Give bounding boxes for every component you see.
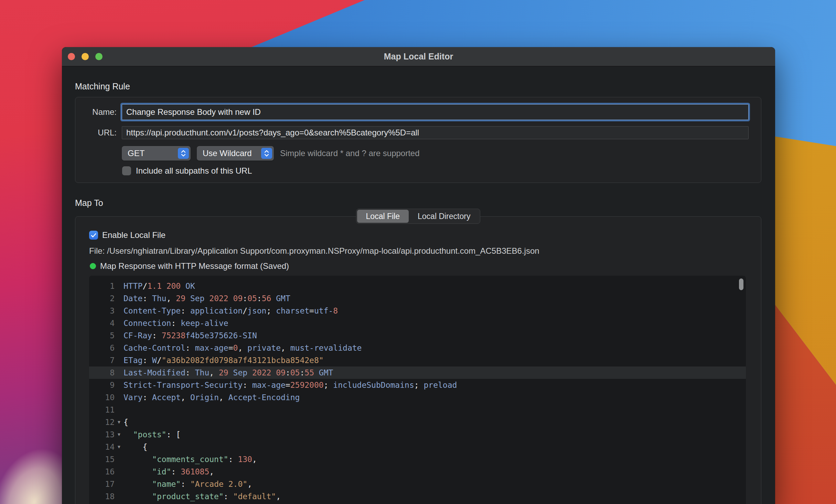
fold-spacer	[115, 379, 124, 391]
tab-local-directory[interactable]: Local Directory	[409, 210, 479, 223]
method-select[interactable]: GET	[122, 146, 191, 161]
code-text: ETag: W/"a36b2082fd0798a7f43121bcba8542e…	[124, 354, 324, 366]
code-lines: 1HTTP/1.1 200 OK2Date: Thu, 29 Sep 2022 …	[89, 280, 746, 503]
url-row: URL:	[75, 126, 749, 139]
wildcard-mode-value: Use Wildcard	[203, 149, 259, 158]
fold-spacer	[115, 453, 124, 465]
line-number: 10	[89, 391, 115, 404]
saved-status-text: Map Response with HTTP Message format (S…	[100, 261, 289, 271]
window-title: Map Local Editor	[62, 52, 775, 62]
code-text: Last-Modified: Thu, 29 Sep 2022 09:05:55…	[124, 366, 333, 379]
code-line: 15 "comments_count": 130,	[89, 453, 746, 465]
code-line: 6Cache-Control: max-age=0, private, must…	[89, 342, 746, 354]
fold-toggle-icon[interactable]: ▼	[115, 416, 124, 428]
code-line: 11	[89, 404, 746, 416]
code-text: "posts": [	[124, 428, 181, 441]
rule-name-input[interactable]	[122, 104, 749, 120]
check-icon	[91, 233, 96, 238]
line-number: 9	[89, 379, 115, 391]
tab-local-file[interactable]: Local File	[357, 210, 409, 223]
line-number: 2	[89, 292, 115, 305]
url-input[interactable]	[122, 126, 749, 139]
desktop: { "window": { "title": "Map Local Editor…	[0, 0, 836, 504]
code-text: {	[124, 416, 128, 428]
code-text: Content-Type: application/json; charset=…	[124, 305, 338, 317]
fold-spacer	[115, 465, 124, 478]
code-text: "comments_count": 130,	[124, 453, 257, 465]
fold-spacer	[115, 391, 124, 404]
code-line: 10Vary: Accept, Origin, Accept-Encoding	[89, 391, 746, 404]
line-number: 18	[89, 490, 115, 503]
chevron-up-down-icon	[178, 148, 189, 159]
code-line: 12▼{	[89, 416, 746, 428]
subpaths-row: Include all subpaths of this URL	[122, 166, 749, 176]
chevron-up-down-icon	[261, 148, 272, 159]
code-text: "product_state": "default",	[124, 490, 281, 503]
editor-scrollbar-thumb[interactable]	[739, 278, 743, 290]
window-content: Matching Rule Name: URL: GET Use Wildcar…	[62, 81, 775, 504]
line-number: 15	[89, 453, 115, 465]
code-text: Connection: keep-alive	[124, 317, 228, 329]
saved-status-dot	[90, 263, 96, 269]
code-line: 14▼ {	[89, 441, 746, 453]
url-label: URL:	[75, 128, 117, 138]
fold-spacer	[115, 280, 124, 292]
line-number: 1	[89, 280, 115, 292]
line-number: 6	[89, 342, 115, 354]
fold-spacer	[115, 404, 124, 416]
line-number: 17	[89, 478, 115, 490]
line-number: 8	[89, 366, 115, 379]
fold-toggle-icon[interactable]: ▼	[115, 428, 124, 441]
fold-spacer	[115, 305, 124, 317]
code-text: HTTP/1.1 200 OK	[124, 280, 195, 292]
code-text: {	[124, 441, 147, 453]
code-text: CF-Ray: 75238f4b5e375626-SIN	[124, 329, 257, 342]
method-select-value: GET	[128, 149, 176, 158]
fold-spacer	[115, 478, 124, 490]
line-number: 11	[89, 404, 115, 416]
wildcard-mode-select[interactable]: Use Wildcard	[197, 146, 274, 161]
fold-spacer	[115, 342, 124, 354]
line-number: 5	[89, 329, 115, 342]
code-line: 8Last-Modified: Thu, 29 Sep 2022 09:05:5…	[89, 366, 746, 379]
code-line: 9Strict-Transport-Security: max-age=2592…	[89, 379, 746, 391]
code-line: 4Connection: keep-alive	[89, 317, 746, 329]
file-path-row: File: /Users/nghiatran/Library/Applicati…	[89, 246, 746, 256]
code-line: 2Date: Thu, 29 Sep 2022 09:05:56 GMT	[89, 292, 746, 305]
map-to-group: Enable Local File File: /Users/nghiatran…	[75, 216, 761, 504]
line-number: 3	[89, 305, 115, 317]
name-label: Name:	[75, 107, 117, 117]
fold-spacer	[115, 317, 124, 329]
code-text: "name": "Arcade 2.0",	[124, 478, 252, 490]
map-to-tabs: Local File Local Directory	[356, 209, 481, 224]
map-to-tabbar-wrap: Local File Local Directory	[75, 209, 761, 224]
code-line: 1HTTP/1.1 200 OK	[89, 280, 746, 292]
name-row: Name:	[75, 104, 749, 120]
line-number: 16	[89, 465, 115, 478]
fold-spacer	[115, 354, 124, 366]
code-text: "id": 361085,	[124, 465, 214, 478]
fold-spacer	[115, 366, 124, 379]
line-number: 4	[89, 317, 115, 329]
map-local-editor-window: Map Local Editor Matching Rule Name: URL…	[62, 47, 775, 504]
file-path: /Users/nghiatran/Library/Application Sup…	[105, 246, 539, 255]
code-line: 3Content-Type: application/json; charset…	[89, 305, 746, 317]
code-line: 18 "product_state": "default",	[89, 490, 746, 503]
enable-local-file-label: Enable Local File	[102, 230, 165, 240]
enable-local-file-row: Enable Local File	[89, 230, 746, 240]
subpaths-label: Include all subpaths of this URL	[136, 166, 252, 176]
code-line: 16 "id": 361085,	[89, 465, 746, 478]
enable-local-file-checkbox[interactable]	[89, 231, 98, 240]
http-message-editor[interactable]: 1HTTP/1.1 200 OK2Date: Thu, 29 Sep 2022 …	[89, 276, 746, 504]
fold-spacer	[115, 329, 124, 342]
line-number: 14	[89, 441, 115, 453]
subpaths-checkbox[interactable]	[122, 166, 131, 175]
code-line: 13▼ "posts": [	[89, 428, 746, 441]
fold-toggle-icon[interactable]: ▼	[115, 441, 124, 453]
code-line: 7ETag: W/"a36b2082fd0798a7f43121bcba8542…	[89, 354, 746, 366]
fold-spacer	[115, 490, 124, 503]
code-line: 17 "name": "Arcade 2.0",	[89, 478, 746, 490]
code-text: Strict-Transport-Security: max-age=25920…	[124, 379, 457, 391]
window-titlebar[interactable]: Map Local Editor	[62, 47, 775, 66]
saved-status-row: Map Response with HTTP Message format (S…	[89, 261, 746, 271]
